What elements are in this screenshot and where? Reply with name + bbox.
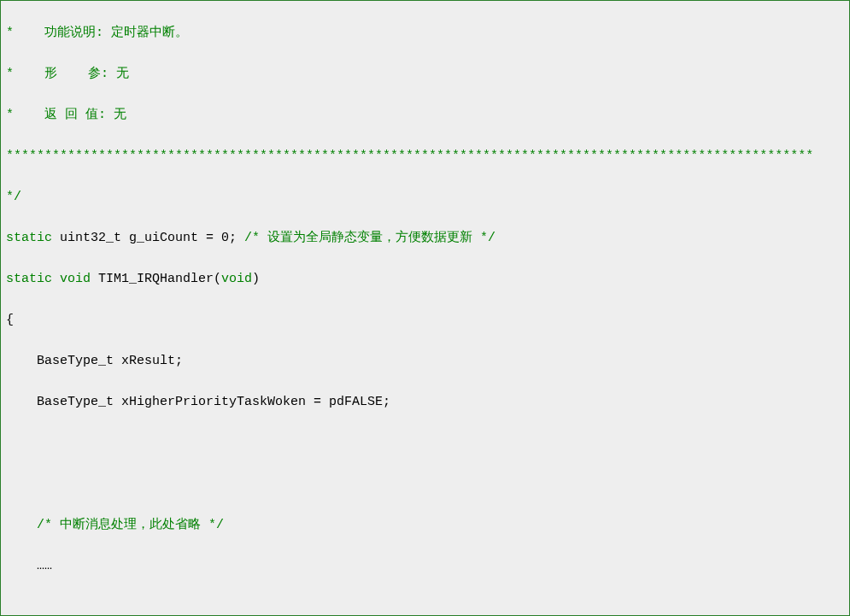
code-line [1,597,849,616]
code-line: …… [1,556,849,577]
code-text [52,272,60,286]
code-text: BaseType_t xResult; [6,354,183,368]
comment-text: * 形 参: 无 [6,67,129,81]
code-block: * 功能说明: 定时器中断。 * 形 参: 无 * 返 回 值: 无 *****… [1,1,849,616]
code-text: …… [6,559,52,573]
code-text: ; [229,231,244,245]
code-text: BaseType_t xHigherPriorityTaskWoken = pd… [6,395,390,409]
comment-text: /* 设置为全局静态变量，方便数据更新 */ [244,231,495,245]
number-literal: 0 [221,231,229,245]
comment-text: * 功能说明: 定时器中断。 [6,26,188,40]
code-line: /* 中断消息处理，此处省略 */ [1,515,849,536]
keyword-static: static [6,231,52,245]
code-line: static uint32_t g_uiCount = 0; /* 设置为全局静… [1,228,849,249]
keyword-static: static [6,272,52,286]
code-line [1,474,849,495]
code-line: * 功能说明: 定时器中断。 [1,23,849,44]
code-line: * 返 回 值: 无 [1,105,849,126]
code-line: */ [1,187,849,208]
code-line: static void TIM1_IRQHandler(void) [1,269,849,290]
code-line: BaseType_t xHigherPriorityTaskWoken = pd… [1,392,849,413]
comment-text: * 返 回 值: 无 [6,108,126,122]
comment-text: */ [6,190,21,204]
type-void: void [221,272,252,286]
code-text: { [6,313,14,327]
code-text: TIM1_IRQHandler( [91,272,221,286]
code-line [1,433,849,454]
code-text [6,518,37,532]
comment-text: /* 中断消息处理，此处省略 */ [37,518,224,532]
code-line: ****************************************… [1,146,849,167]
code-line: { [1,310,849,331]
code-line: * 形 参: 无 [1,64,849,85]
code-text: uint32_t g_uiCount = [52,231,221,245]
type-void: void [60,272,91,286]
code-line: BaseType_t xResult; [1,351,849,372]
comment-text: ****************************************… [6,149,813,163]
code-text: ) [252,272,260,286]
